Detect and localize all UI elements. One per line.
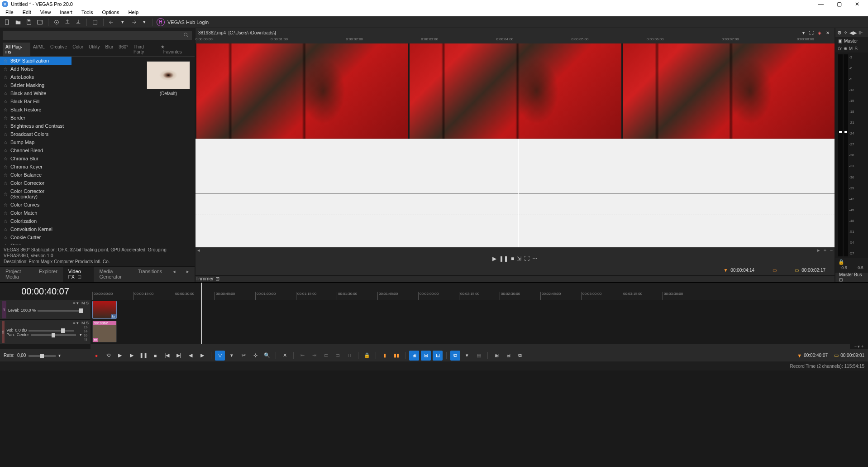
plugin-item[interactable]: ☆Chroma Keyer <box>0 163 72 171</box>
track-solo[interactable]: S <box>86 301 89 305</box>
plugin-list[interactable]: ☆360° Stabilization☆Add Noise☆AutoLooks☆… <box>0 57 142 245</box>
open-icon[interactable] <box>14 18 23 27</box>
tab-color[interactable]: Color <box>70 43 86 56</box>
menu-view[interactable]: View <box>37 10 55 15</box>
timeline-playhead-marker[interactable] <box>201 283 202 300</box>
plugin-preset-preview[interactable]: (Default) <box>142 57 195 245</box>
split-button[interactable]: ✂ <box>238 351 248 361</box>
tab-master-bus[interactable]: Master Bus ⊡ <box>835 271 868 283</box>
next-frame-button[interactable]: ▶ <box>197 351 207 361</box>
plugin-item[interactable]: ☆Cookie Cutter <box>0 233 72 241</box>
stop-button[interactable]: ■ <box>150 351 160 361</box>
normal-edit-tool[interactable]: ▽ <box>215 351 225 361</box>
track-solo[interactable]: S <box>86 321 89 325</box>
plugin-item[interactable]: ☆360° Stabilization <box>0 57 72 65</box>
save-icon[interactable] <box>24 18 33 27</box>
marker-button[interactable]: ⊹ <box>250 351 260 361</box>
search-icon[interactable] <box>183 32 189 39</box>
favorite-star-icon[interactable]: ☆ <box>4 116 8 120</box>
pause-button[interactable]: ❚❚ <box>138 351 148 361</box>
master-sliders-icon[interactable]: ⊪ <box>858 30 863 36</box>
plugin-item[interactable]: ☆Bump Map <box>0 138 72 146</box>
plugin-item[interactable]: ☆Color Corrector <box>0 179 72 187</box>
trimmer-close-icon[interactable]: ✕ <box>824 29 832 37</box>
undo-icon[interactable] <box>107 18 116 27</box>
delete-button[interactable]: ✕ <box>280 351 290 361</box>
favorite-star-icon[interactable]: ☆ <box>4 107 8 112</box>
plugin-item[interactable]: ☆Bézier Masking <box>0 81 72 89</box>
tool-dropdown[interactable]: ▾ <box>227 351 237 361</box>
audio-clip[interactable]: 3819362 fx <box>92 321 117 342</box>
tab-scroll-right[interactable]: ▸ <box>181 267 195 282</box>
plugin-item[interactable]: ☆Add Noise <box>0 65 72 73</box>
ripple2-button[interactable]: ⊟ <box>421 351 431 361</box>
undo-dropdown-icon[interactable]: ▾ <box>118 18 127 27</box>
menu-help[interactable]: Help <box>124 10 142 15</box>
close-tab-icon[interactable]: ⊡ <box>77 274 81 279</box>
plugin-item[interactable]: ☆Crop <box>0 241 72 245</box>
snap-button[interactable]: ▮ <box>380 351 390 361</box>
plugin-item[interactable]: ☆Black Bar Fill <box>0 97 72 106</box>
tab-video-fx[interactable]: Video FX⊡ <box>63 267 94 282</box>
favorite-star-icon[interactable]: ☆ <box>4 219 8 224</box>
plugin-item[interactable]: ☆Color Match <box>0 209 72 217</box>
go-end-button[interactable]: ▶| <box>174 351 184 361</box>
tab-explorer[interactable]: Explorer <box>33 267 63 282</box>
prev-frame-button[interactable]: ◀ <box>186 351 196 361</box>
favorite-star-icon[interactable]: ☆ <box>4 211 8 216</box>
close-button[interactable]: ✕ <box>848 1 866 7</box>
trimmer-more-icon[interactable]: ⋯ <box>532 255 538 262</box>
tab-aiml[interactable]: AI/ML <box>30 43 48 56</box>
tab-creative[interactable]: Creative <box>48 43 70 56</box>
plugin-item[interactable]: ☆Color Balance <box>0 171 72 179</box>
tab-third-party[interactable]: Third Party <box>131 43 158 56</box>
autocrossfade-button[interactable]: ⧉ <box>450 351 460 361</box>
what-icon[interactable] <box>91 18 100 27</box>
trimmer-pause-icon[interactable]: ❚❚ <box>499 255 508 262</box>
tab-utility[interactable]: Utility <box>86 43 102 56</box>
menu-tools[interactable]: Tools <box>78 10 97 15</box>
favorite-star-icon[interactable]: ☆ <box>4 173 8 178</box>
play-button[interactable]: ▶ <box>127 351 137 361</box>
master-automation-icon[interactable]: ✺ <box>844 46 847 51</box>
plugin-item[interactable]: ☆AutoLooks <box>0 73 72 81</box>
trim3-button[interactable]: ⊏ <box>321 351 331 361</box>
favorite-star-icon[interactable]: ☆ <box>4 99 8 104</box>
video-track-header[interactable]: 1 ≡ ▾ M S Level: 100,0 % <box>0 300 91 320</box>
properties-icon[interactable] <box>52 18 61 27</box>
snap2-button[interactable]: ▮▮ <box>391 351 401 361</box>
master-downmix-icon[interactable]: ◀▶ <box>849 30 857 36</box>
clip-fx-button[interactable]: fx <box>111 314 116 318</box>
favorite-star-icon[interactable]: ☆ <box>4 227 8 232</box>
favorite-star-icon[interactable]: ☆ <box>4 91 8 96</box>
trim4-button[interactable]: ⊐ <box>333 351 343 361</box>
rate-slider[interactable] <box>29 355 56 357</box>
clip-fx-button[interactable]: fx <box>93 338 98 342</box>
menu-edit[interactable]: Edit <box>19 10 35 15</box>
audio-track-header[interactable]: 2 ≡ ▾ M S Vol: 0,0 dB Pan: Center ▾ <box>0 320 91 344</box>
master-solo-button[interactable]: S <box>854 46 858 51</box>
plugin-item[interactable]: ☆Color Curves <box>0 201 72 209</box>
loop-button[interactable]: ⟲ <box>103 351 113 361</box>
favorite-star-icon[interactable]: ☆ <box>4 192 8 197</box>
ripple3-button[interactable]: ⊡ <box>433 351 443 361</box>
trimmer-dropdown-icon[interactable]: ▾ <box>799 29 807 37</box>
master-mute-button[interactable]: M <box>849 46 853 51</box>
trimmer-ruler[interactable]: 0:00:00:000:00:01:000:00:02:000:00:03:00… <box>196 37 835 43</box>
favorite-star-icon[interactable]: ☆ <box>4 67 8 72</box>
plugin-search[interactable] <box>3 31 192 40</box>
trimmer-fx-icon[interactable]: ◈ <box>816 29 824 37</box>
level-slider[interactable] <box>38 310 83 312</box>
maximize-button[interactable]: ▢ <box>830 1 848 7</box>
trimmer-playhead[interactable] <box>518 139 519 247</box>
vol-slider[interactable] <box>29 330 74 332</box>
trim5-button[interactable]: ⊓ <box>344 351 354 361</box>
favorite-star-icon[interactable]: ☆ <box>4 58 8 63</box>
plugin-item[interactable]: ☆Color Corrector (Secondary) <box>0 187 72 201</box>
master-settings-icon[interactable]: ⚙ <box>837 30 842 36</box>
minimize-button[interactable]: — <box>812 1 830 7</box>
favorite-star-icon[interactable]: ☆ <box>4 140 8 145</box>
tab-trimmer[interactable]: Trimmer ⊡ <box>196 276 219 282</box>
tab-scroll-left[interactable]: ◂ <box>167 267 181 282</box>
zoom-button[interactable]: 🔍 <box>262 351 272 361</box>
